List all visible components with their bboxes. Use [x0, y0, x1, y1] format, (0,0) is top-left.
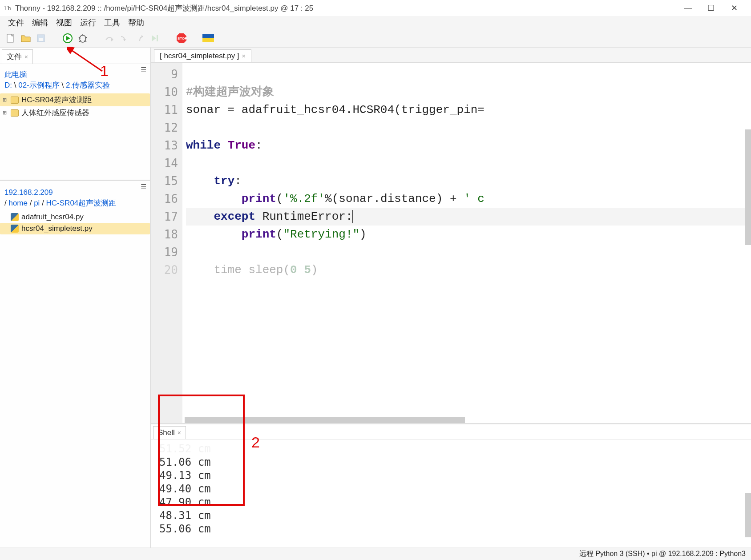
- code-editor[interactable]: 91011121314151617181920 #构建超声波对象sonar = …: [151, 63, 751, 423]
- resume-icon[interactable]: [149, 32, 161, 44]
- code-line[interactable]: sonar = adafruit_hcsr04.HCSR04(trigger_p…: [186, 101, 751, 119]
- menu-视图[interactable]: 视图: [56, 17, 72, 28]
- code-line[interactable]: [186, 154, 751, 172]
- left-sidebar: 文件× ≡ 此电脑 D: \ 02-示例程序 \ 2.传感器实验 ⊞HC-SR0…: [0, 48, 151, 548]
- step-into-icon[interactable]: [118, 32, 131, 44]
- shell-line: 51.06 cm: [159, 455, 743, 469]
- menubar: 文件编辑视图运行工具帮助: [0, 16, 751, 29]
- svg-marker-15: [123, 39, 126, 41]
- svg-marker-16: [141, 35, 143, 38]
- path-segment[interactable]: 2.传感器实验: [66, 81, 110, 89]
- main-area: 文件× ≡ 此电脑 D: \ 02-示例程序 \ 2.传感器实验 ⊞HC-SR0…: [0, 47, 751, 548]
- svg-rect-21: [202, 34, 214, 38]
- window-title: Thonny - 192.168.2.209 :: /home/pi/HC-SR…: [15, 3, 679, 13]
- panel-menu-icon[interactable]: ≡: [141, 66, 146, 73]
- new-file-icon[interactable]: [4, 32, 17, 44]
- path-segment[interactable]: home: [8, 199, 28, 207]
- expand-icon[interactable]: ⊞: [3, 110, 8, 116]
- close-button[interactable]: ✕: [729, 3, 739, 13]
- path-segment[interactable]: 02-示例程序: [18, 81, 60, 89]
- remote-host-link[interactable]: 192.168.2.209: [4, 188, 53, 197]
- this-computer-link[interactable]: 此电脑: [4, 70, 27, 79]
- code-line[interactable]: print("Retrying!"): [186, 226, 751, 243]
- tree-item-label: HC-SR04超声波测距: [21, 95, 92, 105]
- status-bar: 远程 Python 3 (SSH) • pi @ 192.168.2.209 :…: [0, 548, 751, 560]
- step-over-icon[interactable]: [103, 32, 116, 44]
- tree-file-item[interactable]: adafruit_hcsr04.py: [0, 211, 150, 223]
- code-line[interactable]: [186, 119, 751, 137]
- shell-line: 49.13 cm: [159, 469, 743, 482]
- annotation-label-1: 1: [100, 62, 109, 80]
- minimize-button[interactable]: —: [682, 3, 693, 13]
- svg-marker-17: [152, 35, 156, 41]
- tree-item-label: adafruit_hcsr04.py: [21, 213, 84, 222]
- annotation-box: [158, 395, 245, 506]
- python-file-icon: [11, 225, 19, 233]
- files-panel-tab[interactable]: 文件×: [2, 49, 33, 64]
- status-text[interactable]: 远程 Python 3 (SSH) • pi @ 192.168.2.209 :…: [579, 549, 746, 559]
- tree-file-item[interactable]: hcsr04_simpletest.py: [0, 223, 150, 234]
- folder-icon: [11, 97, 19, 104]
- path-segment[interactable]: HC-SR04超声波测距: [46, 199, 117, 207]
- titlebar: Th Thonny - 192.168.2.209 :: /home/pi/HC…: [0, 0, 751, 16]
- annotation-label-2: 2: [251, 434, 260, 451]
- files-tab-label: 文件: [7, 52, 22, 61]
- debug-icon[interactable]: [77, 32, 89, 44]
- svg-line-10: [79, 37, 81, 38]
- svg-rect-22: [202, 38, 214, 42]
- ukraine-flag-icon[interactable]: [202, 32, 214, 44]
- toolbar: STOP: [0, 29, 751, 47]
- svg-marker-3: [21, 36, 30, 42]
- shell-line: 49.40 cm: [159, 482, 743, 496]
- folder-icon: [11, 109, 19, 117]
- svg-line-11: [85, 37, 87, 38]
- shell-line: 47.90 cm: [159, 496, 743, 509]
- line-gutter: 91011121314151617181920: [151, 63, 182, 423]
- shell-line: 55.06 cm: [159, 522, 743, 536]
- menu-帮助[interactable]: 帮助: [128, 17, 144, 28]
- app-icon: Th: [4, 4, 12, 12]
- code-line[interactable]: try:: [186, 172, 751, 190]
- menu-文件[interactable]: 文件: [8, 17, 24, 28]
- step-out-icon[interactable]: [133, 32, 146, 44]
- python-file-icon: [11, 213, 19, 221]
- menu-工具[interactable]: 工具: [104, 17, 120, 28]
- tree-item-label: 人体红外感应传感器: [21, 108, 89, 118]
- svg-rect-18: [157, 35, 158, 41]
- tree-folder-item[interactable]: ⊞人体红外感应传感器: [0, 106, 150, 119]
- code-line[interactable]: [186, 65, 751, 83]
- svg-rect-5: [39, 38, 43, 41]
- editor-tab[interactable]: [ hcsr04_simpletest.py ]×: [154, 49, 251, 62]
- editor-tab-label: [ hcsr04_simpletest.py ]: [160, 52, 239, 60]
- code-line[interactable]: time sleep(0 5): [186, 261, 751, 279]
- stop-icon[interactable]: STOP: [175, 32, 188, 44]
- vertical-scrollbar[interactable]: [745, 493, 751, 537]
- tree-folder-item[interactable]: ⊞HC-SR04超声波测距: [0, 93, 150, 106]
- local-path: D: \ 02-示例程序 \ 2.传感器实验: [4, 81, 110, 89]
- open-file-icon[interactable]: [20, 32, 32, 44]
- code-line[interactable]: except RuntimeError:: [186, 208, 751, 226]
- code-line[interactable]: [186, 243, 751, 261]
- vertical-scrollbar[interactable]: [745, 129, 751, 245]
- menu-编辑[interactable]: 编辑: [32, 17, 48, 28]
- code-line[interactable]: while True:: [186, 137, 751, 154]
- close-icon[interactable]: ×: [24, 53, 28, 60]
- run-icon[interactable]: [61, 32, 74, 44]
- window-controls: — ☐ ✕: [682, 3, 747, 13]
- remote-path: / home / pi / HC-SR04超声波测距: [4, 199, 116, 207]
- save-icon[interactable]: [35, 32, 47, 44]
- svg-text:STOP: STOP: [178, 36, 187, 40]
- close-icon[interactable]: ×: [242, 52, 246, 60]
- menu-运行[interactable]: 运行: [80, 17, 96, 28]
- code-line[interactable]: #构建超声波对象: [186, 83, 751, 101]
- path-segment[interactable]: D:: [4, 81, 12, 89]
- shell-line: 48.31 cm: [159, 509, 743, 522]
- tree-item-label: hcsr04_simpletest.py: [21, 224, 93, 233]
- path-segment[interactable]: pi: [34, 199, 40, 207]
- code-line[interactable]: print('%.2f'%(sonar.distance) + ' c: [186, 190, 751, 208]
- expand-icon[interactable]: ⊞: [3, 97, 8, 103]
- panel-menu-icon[interactable]: ≡: [141, 183, 146, 190]
- maximize-button[interactable]: ☐: [706, 3, 716, 13]
- svg-text:Th: Th: [4, 5, 11, 12]
